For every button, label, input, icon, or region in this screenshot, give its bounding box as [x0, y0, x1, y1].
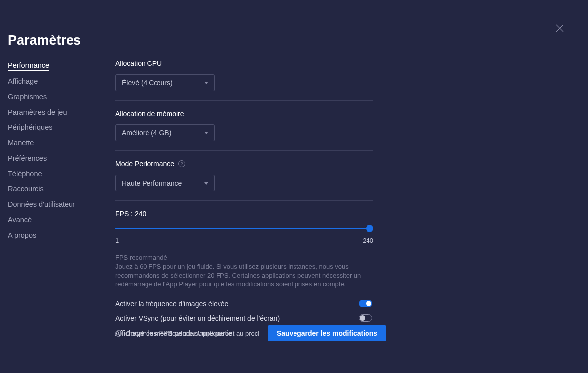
- sidebar-item-2[interactable]: Graphismes: [8, 93, 47, 102]
- footer-note: i Certaines modifications s'appliqueront…: [115, 330, 259, 337]
- cpu-allocation-label: Allocation CPU: [115, 60, 373, 67]
- sidebar-item-6[interactable]: Préférences: [8, 154, 47, 163]
- close-button[interactable]: [555, 24, 564, 33]
- toggle-row-0: Activer la fréquence d'images élevée: [115, 300, 372, 308]
- divider: [115, 100, 373, 101]
- cpu-allocation-select[interactable]: Élevé (4 Cœurs): [115, 74, 215, 91]
- memory-allocation-select[interactable]: Amélioré (4 GB): [115, 124, 215, 141]
- toggle-label: Activer la fréquence d'images élevée: [115, 300, 228, 308]
- performance-mode-label-text: Mode Performance: [115, 160, 174, 168]
- toggle-knob: [360, 315, 365, 321]
- performance-panel: Allocation CPU Élevé (4 Cœurs) Allocatio…: [115, 60, 373, 337]
- toggle-row-1: Activer VSync (pour éviter un déchiremen…: [115, 314, 372, 322]
- info-icon: i: [115, 330, 122, 337]
- memory-allocation-value: Amélioré (4 GB): [122, 129, 171, 137]
- sidebar: PerformanceAffichageGraphismesParamètres…: [8, 62, 102, 240]
- fps-recommended-title: FPS recommandé: [115, 254, 373, 261]
- chevron-down-icon: [204, 132, 208, 134]
- toggle-switch[interactable]: [359, 314, 372, 322]
- sidebar-item-4[interactable]: Périphériques: [8, 124, 52, 132]
- sidebar-item-8[interactable]: Raccourcis: [8, 185, 44, 194]
- sidebar-item-9[interactable]: Données d'utilisateur: [8, 200, 75, 209]
- slider-thumb[interactable]: [366, 225, 373, 232]
- performance-mode-select[interactable]: Haute Performance: [115, 175, 215, 191]
- sidebar-item-11[interactable]: A propos: [8, 231, 36, 240]
- toggle-knob: [366, 301, 371, 306]
- sidebar-item-0[interactable]: Performance: [8, 62, 49, 71]
- slider-track: [115, 228, 372, 229]
- fps-slider[interactable]: [115, 219, 372, 239]
- divider: [115, 200, 373, 201]
- help-icon[interactable]: ?: [178, 160, 185, 167]
- toggle-label: Activer VSync (pour éviter un déchiremen…: [115, 314, 280, 322]
- performance-mode-label: Mode Performance ?: [115, 160, 373, 168]
- fps-label: FPS : 240: [115, 210, 373, 218]
- toggle-switch[interactable]: [359, 300, 372, 307]
- sidebar-item-7[interactable]: Téléphone: [8, 170, 42, 179]
- sidebar-item-5[interactable]: Manette: [8, 139, 34, 148]
- footer-note-text: Certaines modifications s'appliqueront a…: [126, 330, 259, 337]
- save-button[interactable]: Sauvegarder les modifications: [268, 325, 386, 341]
- sidebar-item-10[interactable]: Avancé: [8, 216, 32, 225]
- fps-recommended-text: Jouez à 60 FPS pour un jeu fluide. Si vo…: [115, 262, 364, 289]
- sidebar-item-1[interactable]: Affichage: [8, 77, 38, 86]
- page-title: Paramètres: [8, 33, 81, 48]
- cpu-allocation-value: Élevé (4 Cœurs): [122, 79, 173, 87]
- sidebar-item-3[interactable]: Paramètres de jeu: [8, 108, 67, 117]
- chevron-down-icon: [204, 82, 208, 84]
- footer: i Certaines modifications s'appliqueront…: [115, 325, 386, 341]
- divider: [115, 150, 373, 151]
- close-icon: [555, 24, 564, 33]
- chevron-down-icon: [204, 182, 208, 185]
- performance-mode-value: Haute Performance: [122, 179, 182, 187]
- memory-allocation-label: Allocation de mémoire: [115, 110, 373, 118]
